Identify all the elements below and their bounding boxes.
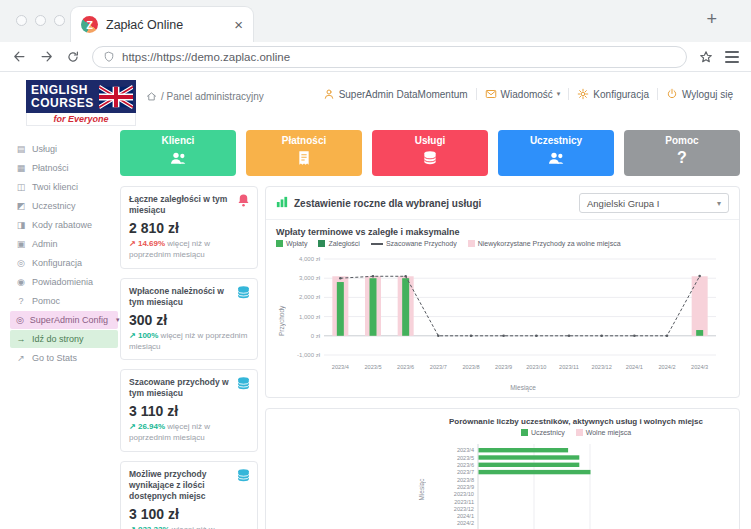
svg-text:2023/8: 2023/8 (462, 364, 479, 370)
stat-card-delta: ↗ 14.69% więcej niż w poprzednim miesiąc… (129, 239, 249, 261)
new-tab-button[interactable]: + (706, 9, 717, 30)
logo-tagline: for Everyone (26, 113, 136, 126)
sidebar-item-konfiguracja[interactable]: ◎Konfiguracja (10, 254, 118, 272)
chart2-title: Porównanie liczby uczestników, aktywnych… (426, 417, 726, 427)
home-icon[interactable] (146, 91, 157, 102)
sidebar-item-uczestnicy[interactable]: ◩Uczestnicy (10, 197, 118, 215)
sidebar-item-powiadomienia[interactable]: ◉Powiadomienia (10, 273, 118, 291)
people-icon (120, 149, 236, 167)
sidebar-item-label: Konfiguracja (32, 258, 82, 268)
svg-text:2023/4: 2023/4 (457, 447, 474, 453)
app-logo[interactable]: ENGLISH COURSES for Everyone (26, 80, 136, 126)
payments-icon: ▦ (16, 163, 26, 173)
sidebar-item-kody-rabatowe[interactable]: ◨Kody rabatowe (10, 216, 118, 234)
stat-card-value: 3 100 zł (129, 506, 249, 522)
yearly-summary-card: Zestawienie roczne dla wybranej usługi A… (265, 186, 740, 398)
configuration-link[interactable]: Konfiguracja (568, 88, 657, 100)
back-icon[interactable] (12, 49, 27, 64)
sidebar-item-platnosci[interactable]: ▦Płatności (10, 159, 118, 177)
sidebar-item-uslugi[interactable]: ▤Usługi (10, 140, 118, 158)
svg-text:2024/1: 2024/1 (457, 513, 474, 519)
screen: Z Zapłać Online × + https://https://demo… (0, 0, 751, 529)
svg-text:0 zł: 0 zł (311, 333, 321, 339)
reload-icon[interactable] (66, 50, 80, 64)
window-maximize-icon[interactable] (54, 15, 65, 26)
svg-text:2023/7: 2023/7 (430, 364, 447, 370)
sidebar-item-idz-do-strony[interactable]: →Idź do strony (10, 330, 118, 348)
quick-card-platnosci[interactable]: Płatności (246, 130, 362, 176)
people-icon (498, 149, 614, 167)
legend-item: Wpłaty (276, 240, 307, 247)
chart1-legend: WpłatyZaległościSzacowane PrzychodyNiewy… (276, 240, 729, 247)
menu-icon[interactable] (725, 51, 739, 63)
stat-cards: Łączne zaległości w tym miesiącu2 810 zł… (120, 186, 258, 529)
svg-text:2024/2: 2024/2 (457, 520, 474, 526)
participants-icon: ◩ (16, 201, 26, 211)
stat-card: Wpłacone należności w tym miesiącu300 zł… (120, 278, 258, 361)
sidebar-item-pomoc[interactable]: ?Pomoc (10, 292, 118, 310)
legend-item: Zaległości (318, 240, 360, 247)
quick-card-uslugi[interactable]: Usługi (372, 130, 488, 176)
svg-text:2024/1: 2024/1 (626, 364, 643, 370)
user-icon (323, 88, 335, 100)
sidebar-item-go-to-stats[interactable]: ↗Go to Stats (10, 349, 118, 367)
window-minimize-icon[interactable] (35, 15, 46, 26)
mail-icon (485, 88, 497, 100)
quick-card-label: Klienci (120, 135, 236, 146)
svg-text:2023/11: 2023/11 (454, 498, 474, 504)
svg-text:2023/7: 2023/7 (457, 469, 474, 475)
sidebar-item-label: Powiadomienia (32, 277, 93, 287)
sidebar-item-label: Kody rabatowe (32, 220, 92, 230)
trend-arrow-percent: ↗ 14.69% (129, 239, 167, 248)
service-select[interactable]: Angielski Grupa I ▾ (579, 193, 729, 213)
sidebar-item-label: Go to Stats (32, 353, 77, 363)
sidebar-item-label: Idź do strony (32, 334, 84, 344)
chevron-down-icon: ▾ (116, 316, 120, 324)
tab-close-icon[interactable]: × (234, 16, 243, 33)
window-close-icon[interactable] (16, 15, 27, 26)
site-favicon-icon: Z (81, 16, 98, 33)
bookmark-star-icon[interactable] (699, 50, 713, 64)
browser-tab[interactable]: Z Zapłać Online × (70, 6, 254, 42)
quick-card-pomoc[interactable]: Pomoc? (624, 130, 740, 176)
question-icon: ? (624, 149, 740, 167)
browser-navbar: https://https://demo.zaplac.online (0, 42, 751, 72)
sidebar-item-label: Usługi (32, 144, 57, 154)
shield-icon (103, 51, 115, 63)
stat-card-value: 2 810 zł (129, 220, 249, 236)
stat-card-delta: ↗ 100% więcej niż w poprzednim miesiącu (129, 331, 249, 353)
header-link-label: Wyloguj się (682, 89, 733, 100)
sidebar-item-admin[interactable]: ▣Admin (10, 235, 118, 253)
stat-card-value: 3 110 zł (129, 403, 249, 419)
coins-icon (236, 285, 251, 304)
address-bar[interactable]: https://https://demo.zaplac.online (92, 46, 687, 68)
panel-title: Zestawienie roczne dla wybranej usługi (294, 198, 481, 209)
messages-menu[interactable]: Wiadomość▾ (476, 88, 569, 100)
tab-title: Zapłać Online (106, 18, 226, 32)
legend-item: Niewykorzystane Przychody za wolne miejs… (468, 240, 621, 247)
svg-text:2023/5: 2023/5 (457, 454, 474, 460)
svg-text:2023/6: 2023/6 (397, 364, 414, 370)
quick-card-uczestnicy[interactable]: Uczestnicy (498, 130, 614, 176)
trend-arrow-percent: ↗ 100% (129, 331, 161, 340)
sidebar-item-twoi-klienci[interactable]: ◫Twoi klienci (10, 178, 118, 196)
settings-icon: ◎ (16, 258, 26, 268)
stats-icon: ↗ (16, 353, 26, 363)
admin-icon: ▣ (16, 239, 26, 249)
sidebar-item-label: Płatności (32, 163, 69, 173)
quick-card-klienci[interactable]: Klienci (120, 130, 236, 176)
stat-card-title: Szacowane przychody w tym miesiącu (129, 377, 249, 399)
breadcrumb-text: / Panel administracyjny (161, 91, 264, 102)
notifications-icon: ◉ (16, 277, 26, 287)
trend-arrow-percent: ↗ 933.33% (129, 525, 172, 529)
forward-icon[interactable] (39, 49, 54, 64)
sidebar-item-superadmin-config[interactable]: ◎SuperAdmin Config▾ (10, 311, 118, 329)
clients-icon: ◫ (16, 182, 26, 192)
goto-site-icon: → (16, 334, 26, 344)
legend-item: Szacowane Przychody (371, 240, 457, 247)
user-menu[interactable]: SuperAdmin DataMomentum (315, 88, 476, 100)
sidebar: ▤Usługi▦Płatności◫Twoi klienci◩Uczestnic… (10, 140, 118, 368)
trend-arrow-percent: ↗ 26.94% (129, 422, 167, 431)
logout-link[interactable]: Wyloguj się (657, 88, 741, 100)
header-links: SuperAdmin DataMomentumWiadomość▾Konfigu… (315, 88, 741, 100)
